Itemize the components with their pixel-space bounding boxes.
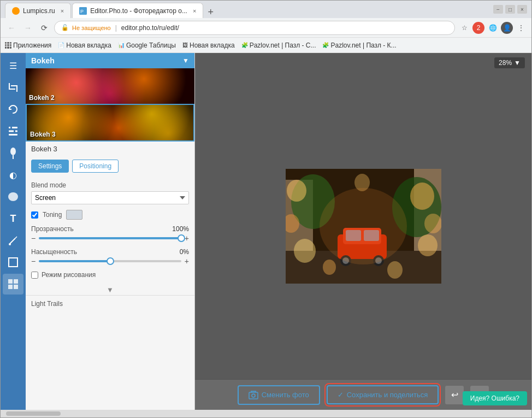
saturation-thumb[interactable] bbox=[107, 257, 114, 265]
address-right: ☆ 2 🌐 👤 ⋮ bbox=[458, 22, 527, 34]
tab-lumpics[interactable]: Lumpics.ru × bbox=[5, 3, 71, 18]
idea-bug-button[interactable]: Идея? Ошибка? bbox=[463, 391, 527, 405]
rotate-button[interactable] bbox=[3, 99, 23, 120]
new-tab-button[interactable]: + bbox=[204, 7, 217, 18]
security-badge[interactable]: 2 bbox=[472, 22, 484, 34]
retouch-button[interactable] bbox=[3, 143, 23, 163]
left-toolbar: ☰ ◐ T bbox=[1, 53, 26, 410]
undo-button[interactable]: ↩ bbox=[445, 386, 464, 404]
zoom-control[interactable]: 28% ▼ bbox=[494, 57, 525, 68]
tab-positioning[interactable]: Positioning bbox=[72, 160, 119, 173]
svg-rect-6 bbox=[9, 127, 17, 128]
bookmark-apps-label: Приложения bbox=[13, 42, 51, 49]
transparency-value: 100% bbox=[172, 225, 189, 233]
checkmark-icon: ✓ bbox=[338, 391, 344, 399]
svg-line-14 bbox=[15, 237, 17, 238]
saturation-track[interactable] bbox=[39, 260, 181, 262]
tab-close-lumpics[interactable]: × bbox=[61, 8, 64, 14]
forward-button[interactable]: → bbox=[21, 21, 34, 34]
light-trails-item[interactable]: Light Trails bbox=[26, 295, 194, 312]
effect-thumb-bokeh2: Bokeh 2 bbox=[26, 68, 194, 104]
blend-mode-label: Blend mode bbox=[31, 181, 189, 189]
saturation-slider-group: Насыщенность 0% − + bbox=[31, 248, 189, 266]
transparency-label: Прозрачность bbox=[31, 225, 74, 233]
effect-item-bokeh2[interactable]: Bokeh 2 bbox=[26, 68, 194, 104]
svg-rect-10 bbox=[14, 130, 15, 133]
side-panel: Bokeh ▼ Bokeh 2 Bokeh 3 bbox=[26, 53, 195, 410]
svg-rect-16 bbox=[9, 258, 17, 267]
sticker-button[interactable] bbox=[3, 186, 23, 207]
profile-icon[interactable]: 👤 bbox=[501, 22, 513, 34]
back-button[interactable]: ← bbox=[5, 21, 18, 34]
tab-editor[interactable]: P Editor.Pho.to - Фоторедактор о... × bbox=[72, 3, 203, 18]
bookmark-sheets[interactable]: 📊 Google Таблицы bbox=[118, 42, 176, 49]
effect-label-bokeh2: Bokeh 2 bbox=[29, 94, 55, 102]
saturation-value: 0% bbox=[180, 248, 189, 256]
toning-checkbox[interactable] bbox=[31, 211, 38, 219]
bookmark-new-tab-1[interactable]: 📄 Новая вкладка bbox=[58, 42, 111, 49]
refresh-button[interactable]: ⟳ bbox=[38, 21, 51, 34]
bookmark-apps[interactable]: Приложения bbox=[5, 42, 51, 49]
menu-toolbar-button[interactable]: ☰ bbox=[3, 55, 23, 76]
window-controls: − □ × bbox=[493, 5, 527, 14]
bookmark-new-tab-2[interactable]: 🖼 Новая вкладка bbox=[182, 42, 235, 49]
bookmark-star-icon[interactable]: ☆ bbox=[458, 22, 470, 34]
idea-btn-label: Идея? Ошибка? bbox=[470, 395, 519, 402]
horizontal-scrollbar[interactable] bbox=[1, 410, 531, 417]
svg-point-35 bbox=[287, 180, 306, 202]
tab-label-editor: Editor.Pho.to - Фоторедактор о... bbox=[90, 7, 187, 15]
maximize-button[interactable]: □ bbox=[505, 5, 515, 14]
bookmark-sheets-label: Google Таблицы bbox=[126, 42, 176, 49]
transparency-minus[interactable]: − bbox=[31, 234, 36, 243]
undo-icon: ↩ bbox=[451, 390, 458, 400]
adjust-button[interactable] bbox=[3, 121, 23, 142]
saturation-minus[interactable]: − bbox=[31, 257, 36, 266]
drawing-mode-checkbox[interactable] bbox=[31, 272, 38, 279]
svg-point-38 bbox=[418, 234, 438, 256]
scroll-down-arrow[interactable]: ▼ bbox=[26, 284, 194, 295]
brush-button[interactable] bbox=[3, 230, 23, 251]
panel-controls: Blend mode Screen Normal Overlay Multipl… bbox=[26, 176, 194, 284]
extensions-icon[interactable]: 🌐 bbox=[487, 22, 499, 34]
scrollbar-thumb[interactable] bbox=[6, 411, 61, 416]
saturation-plus[interactable]: + bbox=[185, 257, 189, 266]
svg-point-43 bbox=[387, 261, 403, 279]
blend-mode-select[interactable]: Screen Normal Overlay Multiply Lighten D… bbox=[31, 191, 189, 204]
bookmark-pazlov-2[interactable]: 🧩 Pazlov.net | Пазл - К... bbox=[322, 42, 396, 49]
menu-icon[interactable]: ⋮ bbox=[515, 22, 527, 34]
save-share-button[interactable]: ✓ Сохранить и поделиться bbox=[327, 385, 439, 404]
panel-dropdown-icon[interactable]: ▼ bbox=[182, 57, 189, 64]
svg-rect-18 bbox=[14, 279, 18, 284]
change-photo-button[interactable]: Сменить фото bbox=[238, 385, 320, 405]
save-share-label: Сохранить и поделиться bbox=[347, 391, 428, 399]
minimize-button[interactable]: − bbox=[493, 5, 503, 14]
crop-button[interactable] bbox=[3, 77, 23, 98]
frame-button[interactable] bbox=[3, 252, 23, 273]
transparency-thumb[interactable] bbox=[178, 234, 185, 242]
transparency-plus[interactable]: + bbox=[185, 234, 189, 243]
text-button[interactable]: T bbox=[3, 208, 23, 229]
svg-rect-8 bbox=[9, 134, 17, 136]
toning-color-swatch[interactable] bbox=[66, 210, 82, 220]
transparency-track[interactable] bbox=[39, 237, 181, 239]
address-input[interactable]: 🔓 Не защищено | editor.pho.to/ru/edit/ bbox=[54, 21, 455, 35]
bookmark-pazlov-1[interactable]: 🧩 Pazlov.net | Пазл - С... bbox=[241, 42, 316, 49]
tab-settings[interactable]: Settings bbox=[31, 160, 69, 173]
canvas-content bbox=[195, 73, 531, 379]
effect-item-bokeh3[interactable]: Bokeh 3 bbox=[26, 104, 194, 142]
bookmarks-bar: Приложения 📄 Новая вкладка 📊 Google Табл… bbox=[1, 38, 531, 53]
svg-rect-7 bbox=[9, 131, 17, 132]
close-button[interactable]: × bbox=[517, 5, 527, 14]
saturation-label: Насыщенность bbox=[31, 248, 77, 256]
svg-rect-19 bbox=[8, 285, 13, 289]
svg-point-40 bbox=[424, 214, 441, 233]
toning-button[interactable]: ◐ bbox=[3, 164, 23, 185]
tab-close-editor[interactable]: × bbox=[193, 8, 196, 14]
canvas-toolbar: 28% ▼ bbox=[195, 53, 531, 73]
svg-line-13 bbox=[10, 238, 15, 244]
title-bar: Lumpics.ru × P Editor.Pho.to - Фоторедак… bbox=[1, 1, 531, 18]
effects-list: Bokeh 2 Bokeh 3 bbox=[26, 68, 194, 142]
effects-button[interactable] bbox=[3, 274, 23, 295]
tabs-area: Lumpics.ru × P Editor.Pho.to - Фоторедак… bbox=[5, 1, 489, 18]
bookmark-pazlov-2-label: Pazlov.net | Пазл - К... bbox=[330, 42, 396, 49]
